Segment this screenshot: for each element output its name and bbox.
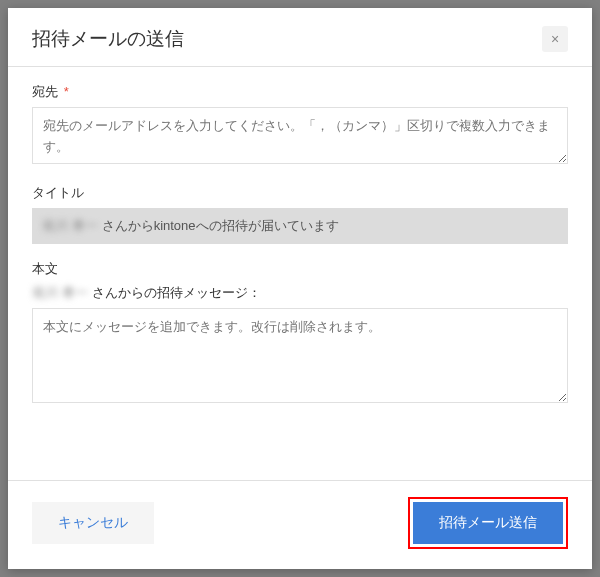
- modal-body: 宛先 * タイトル 発川 孝一 さんからkintoneへの招待が届いています 本…: [8, 67, 592, 480]
- title-label: タイトル: [32, 184, 568, 202]
- close-button[interactable]: ×: [542, 26, 568, 52]
- to-input[interactable]: [32, 107, 568, 164]
- invite-modal: 招待メールの送信 × 宛先 * タイトル 発川 孝一 さんからkintoneへの…: [8, 8, 592, 569]
- to-label: 宛先 *: [32, 83, 568, 101]
- body-intro-line: 発川 孝一 さんからの招待メッセージ：: [32, 284, 568, 302]
- body-intro-text: さんからの招待メッセージ：: [92, 284, 261, 302]
- send-button[interactable]: 招待メール送信: [413, 502, 563, 544]
- body-field-group: 本文 発川 孝一 さんからの招待メッセージ：: [32, 260, 568, 407]
- to-label-text: 宛先: [32, 84, 58, 99]
- title-fixed-text: さんからkintoneへの招待が届いています: [102, 217, 339, 235]
- send-highlight-box: 招待メール送信: [408, 497, 568, 549]
- to-field-group: 宛先 *: [32, 83, 568, 168]
- body-label: 本文: [32, 260, 568, 278]
- required-marker: *: [64, 84, 69, 99]
- modal-title: 招待メールの送信: [32, 26, 184, 52]
- modal-footer: キャンセル 招待メール送信: [8, 481, 592, 569]
- body-sender-name: 発川 孝一: [32, 284, 88, 302]
- modal-header: 招待メールの送信 ×: [8, 8, 592, 66]
- title-field-group: タイトル 発川 孝一 さんからkintoneへの招待が届いています: [32, 184, 568, 244]
- title-input: 発川 孝一 さんからkintoneへの招待が届いています: [32, 208, 568, 244]
- cancel-button[interactable]: キャンセル: [32, 502, 154, 544]
- body-input[interactable]: [32, 308, 568, 403]
- close-icon: ×: [551, 31, 559, 47]
- title-sender-name: 発川 孝一: [42, 217, 98, 235]
